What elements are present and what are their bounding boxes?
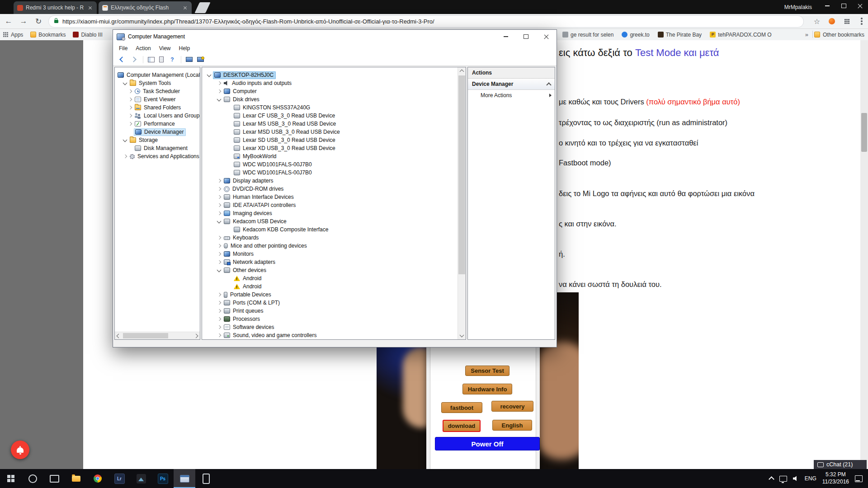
other-bookmarks-button[interactable]: Other bookmarks: [814, 29, 864, 40]
cm-close-button[interactable]: [536, 30, 557, 43]
tree-item[interactable]: Kedacom KDB Composite Interface: [202, 225, 458, 234]
bookmark-item[interactable]: Diablo III: [73, 32, 102, 38]
tree-item[interactable]: Lexar SD USB_3_0 Read USB Device: [202, 136, 458, 144]
collapse-chevron-icon[interactable]: [546, 82, 551, 87]
expand-chevron-icon[interactable]: [216, 80, 223, 87]
back-button[interactable]: ←: [2, 15, 15, 28]
tree-item[interactable]: WDC WD1001FALS-00J7B0: [202, 160, 458, 169]
tree-item[interactable]: Event Viewer: [115, 95, 200, 103]
tree-item[interactable]: DESKTOP-82H5J0C: [202, 71, 458, 79]
tree-item[interactable]: Portable Devices: [202, 291, 458, 299]
selected-tree-item[interactable]: Device Manager: [134, 128, 186, 136]
taskbar-phone-tool-button[interactable]: [195, 469, 217, 488]
tree-item[interactable]: Lexar MS USB_3_0 Read USB Device: [202, 120, 458, 128]
bookmark-item[interactable]: The Pirate Bay: [658, 32, 702, 38]
collapse-chevron-icon[interactable]: [122, 136, 129, 144]
expand-chevron-icon[interactable]: [127, 112, 134, 119]
network-icon[interactable]: [779, 476, 787, 482]
tree-item[interactable]: Kedacom USB Device: [202, 217, 458, 225]
cm-minimize-button[interactable]: [495, 30, 516, 43]
expand-chevron-icon[interactable]: [216, 210, 223, 217]
taskbar-file-explorer-button[interactable]: [65, 469, 87, 488]
tree-item[interactable]: Display adapters: [202, 177, 458, 185]
taskbar-cortana-search-button[interactable]: [22, 469, 43, 488]
bookmarks-overflow-chevron[interactable]: »: [805, 29, 808, 40]
collapse-chevron-icon[interactable]: [216, 96, 223, 103]
tree-item[interactable]: Services and Applications: [115, 152, 200, 160]
tree-item[interactable]: Disk Management: [115, 144, 200, 152]
taskbar-photoshop-button[interactable]: Ps: [152, 469, 174, 488]
bookmark-star-button[interactable]: ☆: [811, 15, 823, 28]
expand-chevron-icon[interactable]: [216, 307, 223, 314]
window-minimize-button[interactable]: [819, 0, 835, 12]
tree-item[interactable]: Imaging devices: [202, 209, 458, 217]
expand-chevron-icon[interactable]: [122, 153, 129, 160]
taskbar-start-button[interactable]: [0, 469, 22, 488]
bookmark-item[interactable]: Apps: [3, 32, 23, 38]
expand-chevron-icon[interactable]: [216, 202, 223, 209]
menu-view[interactable]: View: [155, 45, 175, 52]
expand-chevron-icon[interactable]: [216, 332, 223, 339]
expand-chevron-icon[interactable]: [216, 234, 223, 241]
scrollbar-thumb[interactable]: [123, 333, 168, 338]
browser-tab-redmi[interactable]: Redmi 3 unlock help - R: [14, 1, 97, 14]
expand-chevron-icon[interactable]: [216, 250, 223, 258]
tree-item[interactable]: MyBookWorld: [202, 152, 458, 160]
more-actions-item[interactable]: More Actions: [468, 90, 555, 100]
properties-icon[interactable]: [159, 56, 164, 62]
scan-hardware-icon[interactable]: [197, 57, 204, 62]
expand-chevron-icon[interactable]: [127, 96, 134, 103]
tray-expand-chevron-icon[interactable]: [769, 476, 774, 482]
tree-item[interactable]: Sound, video and game controllers: [202, 331, 458, 339]
help-icon[interactable]: ?: [168, 56, 176, 64]
tree-item[interactable]: Mice and other pointing devices: [202, 242, 458, 250]
menu-action[interactable]: Action: [132, 45, 155, 52]
expand-chevron-icon[interactable]: [216, 185, 223, 192]
show-console-tree-icon[interactable]: [148, 57, 155, 62]
taskbar-computer-management-button[interactable]: [174, 469, 195, 488]
collapse-chevron-icon[interactable]: [216, 218, 223, 225]
tree-item[interactable]: Android: [202, 274, 458, 282]
tree-item[interactable]: Processors: [202, 315, 458, 323]
tree-item[interactable]: Device Manager: [115, 128, 200, 136]
window-maximize-button[interactable]: [835, 0, 852, 12]
tree-item[interactable]: Lexar MSD USB_3_0 Read USB Device: [202, 128, 458, 136]
cm-title-bar[interactable]: Computer Management: [113, 30, 557, 43]
tree-item[interactable]: Lexar XD USB_3_0 Read USB Device: [202, 144, 458, 152]
tree-item[interactable]: Shared Folders: [115, 103, 200, 112]
tree-item[interactable]: System Tools: [115, 79, 200, 87]
clock[interactable]: 5:32 PM 11/23/2016: [822, 471, 849, 485]
bookmark-item[interactable]: ge result for selen: [562, 32, 613, 38]
menu-help[interactable]: Help: [175, 45, 194, 52]
tree-item[interactable]: IDE ATA/ATAPI controllers: [202, 201, 458, 209]
expand-chevron-icon[interactable]: [127, 88, 134, 95]
tree-item[interactable]: Computer: [202, 87, 458, 95]
actions-device-manager-row[interactable]: Device Manager: [468, 79, 555, 90]
action-center-icon[interactable]: [855, 475, 863, 482]
chat-widget[interactable]: cChat (21): [814, 460, 867, 469]
tab-close-icon[interactable]: [182, 5, 188, 11]
forward-arrow-icon[interactable]: [130, 56, 138, 64]
tree-item[interactable]: Storage: [115, 136, 200, 144]
tree-item[interactable]: Android: [202, 282, 458, 291]
new-tab-button[interactable]: [194, 2, 210, 13]
collapse-chevron-icon[interactable]: [206, 71, 213, 79]
expand-chevron-icon[interactable]: [216, 193, 223, 201]
expand-chevron-icon[interactable]: [216, 242, 223, 249]
url-bar[interactable]: https://xiaomi-miui.gr/community/index.p…: [48, 15, 804, 28]
scroll-right-arrow-icon[interactable]: [194, 334, 198, 338]
bookmark-item[interactable]: Bookmarks: [30, 32, 66, 38]
tree-item[interactable]: Audio inputs and outputs: [202, 79, 458, 87]
menu-file[interactable]: File: [115, 45, 132, 52]
forward-button[interactable]: →: [17, 15, 30, 28]
expand-chevron-icon[interactable]: [216, 315, 223, 323]
expand-chevron-icon[interactable]: [216, 324, 223, 331]
scroll-up-arrow-icon[interactable]: [460, 70, 464, 74]
taskbar-chrome-button[interactable]: [87, 469, 108, 488]
tree-item[interactable]: Performance: [115, 120, 200, 128]
collapse-chevron-icon[interactable]: [122, 80, 129, 87]
tree-item[interactable]: Local Users and Groups: [115, 112, 200, 120]
browser-tab-active[interactable]: Ελληνικός οδηγός Flash: [99, 1, 192, 14]
expand-chevron-icon[interactable]: [216, 177, 223, 184]
language-indicator[interactable]: ENG: [805, 475, 816, 482]
